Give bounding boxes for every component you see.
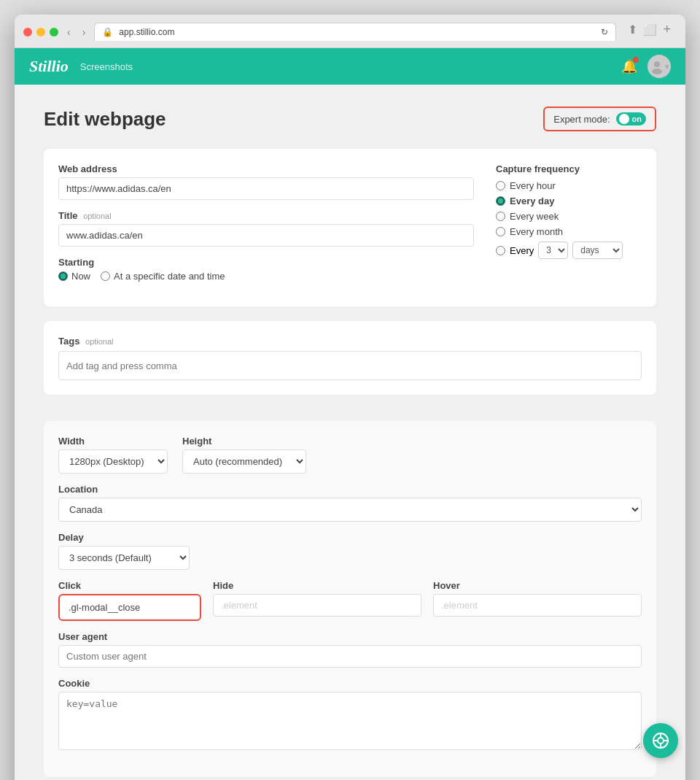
cookie-textarea[interactable] — [58, 692, 642, 750]
forward-button[interactable]: › — [79, 25, 89, 39]
web-address-group: Web address — [58, 163, 474, 200]
tabs-icon[interactable]: ⬜ — [643, 23, 657, 36]
starting-specific-text: At a specific date and time — [114, 271, 225, 282]
title-label: Title optional — [58, 210, 474, 221]
web-address-input[interactable] — [58, 177, 474, 200]
freq-hour-radio[interactable] — [496, 181, 505, 190]
cookie-group: Cookie — [58, 678, 642, 752]
share-icon[interactable]: ⬆ — [628, 23, 637, 36]
freq-day-label: Every day — [510, 196, 554, 206]
hide-label: Hide — [213, 580, 421, 591]
hover-input[interactable] — [433, 594, 642, 617]
main-form-card: Web address Title optional Starting — [44, 149, 656, 306]
svg-point-1 — [652, 69, 662, 74]
new-tab-button[interactable]: + — [663, 22, 671, 37]
width-group: Width 1280px (Desktop) 1920px 1024px 768… — [58, 436, 168, 474]
custom-freq-row: Every 3 1 2 5 7 days hours weeks — [496, 242, 642, 259]
click-group: Click — [58, 580, 201, 621]
width-label: Width — [58, 436, 168, 447]
expert-mode-badge[interactable]: Expert mode: on — [543, 107, 656, 131]
hover-label: Hover — [433, 580, 642, 591]
minimize-traffic-light[interactable] — [36, 28, 45, 36]
starting-specific-label[interactable]: At a specific date and time — [101, 271, 225, 282]
title-optional: optional — [83, 212, 112, 220]
starting-now-label[interactable]: Now — [58, 271, 90, 282]
svg-point-0 — [654, 61, 660, 67]
user-agent-group: User agent — [58, 631, 642, 668]
form-right: Capture frequency Every hour Every day E… — [496, 163, 642, 292]
location-group: Location Canada United States United Kin… — [58, 484, 642, 522]
tags-optional: optional — [85, 337, 114, 346]
title-input[interactable] — [58, 224, 474, 247]
freq-month-radio[interactable] — [496, 227, 505, 236]
avatar[interactable]: ▾ — [648, 55, 671, 78]
height-label: Height — [182, 436, 306, 447]
freq-day-radio[interactable] — [496, 196, 505, 206]
cookie-label: Cookie — [58, 678, 642, 689]
starting-specific-radio[interactable] — [101, 271, 110, 281]
location-select[interactable]: Canada United States United Kingdom Germ… — [58, 498, 642, 522]
freq-option-day[interactable]: Every day — [496, 196, 642, 206]
app-header: Stillio Screenshots 🔔 ▾ — [15, 48, 685, 85]
support-button[interactable] — [643, 723, 678, 758]
freq-option-hour[interactable]: Every hour — [496, 180, 642, 191]
reload-icon[interactable]: ↻ — [601, 27, 608, 37]
starting-group: Starting Now At a specific date and time — [58, 257, 474, 282]
freq-custom-radio[interactable] — [496, 246, 505, 255]
expert-mode-toggle[interactable]: on — [616, 112, 646, 126]
freq-week-radio[interactable] — [496, 212, 505, 221]
back-button[interactable]: ‹ — [64, 25, 74, 39]
starting-now-text: Now — [71, 271, 90, 282]
delay-select[interactable]: 3 seconds (Default) 5 seconds 10 seconds… — [58, 546, 190, 570]
tags-card: Tags optional — [44, 321, 656, 395]
freq-option-week[interactable]: Every week — [496, 211, 642, 222]
capture-frequency-label: Capture frequency — [496, 163, 642, 174]
delay-row: Delay 3 seconds (Default) 5 seconds 10 s… — [58, 532, 642, 570]
click-hide-hover-row: Click Hide Hover — [58, 580, 642, 621]
expert-mode-label: Expert mode: — [553, 114, 610, 125]
advanced-card: Width 1280px (Desktop) 1920px 1024px 768… — [44, 421, 656, 777]
page-title: Edit webpage — [44, 108, 166, 131]
tags-input[interactable] — [58, 351, 642, 380]
hover-group: Hover — [433, 580, 642, 621]
notifications-icon[interactable]: 🔔 — [621, 58, 637, 74]
freq-option-month[interactable]: Every month — [496, 226, 642, 237]
toggle-circle — [619, 114, 629, 124]
freq-week-label: Every week — [510, 211, 559, 222]
user-agent-input[interactable] — [58, 645, 642, 668]
title-group: Title optional — [58, 210, 474, 247]
url-bar[interactable]: 🔒 app.stillio.com ↻ — [94, 23, 616, 41]
svg-point-3 — [658, 738, 664, 744]
page-title-row: Edit webpage Expert mode: on — [44, 107, 656, 131]
delay-group: Delay 3 seconds (Default) 5 seconds 10 s… — [58, 532, 190, 570]
click-input-wrapper — [58, 594, 201, 621]
freq-hour-label: Every hour — [510, 180, 556, 191]
freq-custom-number-select[interactable]: 3 1 2 5 7 — [538, 242, 568, 259]
page-content: Edit webpage Expert mode: on Web address — [15, 85, 685, 780]
height-group: Height Auto (recommended) 768px 1024px — [182, 436, 306, 474]
click-input[interactable] — [61, 597, 198, 618]
avatar-chevron: ▾ — [665, 62, 669, 72]
location-label: Location — [58, 484, 642, 495]
notification-badge — [633, 57, 639, 63]
close-traffic-light[interactable] — [23, 28, 32, 36]
browser-chrome: ‹ › 🔒 app.stillio.com ↻ ⬆ ⬜ + — [15, 15, 685, 48]
header-right: 🔔 ▾ — [621, 55, 671, 78]
height-select[interactable]: Auto (recommended) 768px 1024px — [182, 449, 306, 474]
hide-input[interactable] — [213, 594, 421, 617]
freq-custom-label: Every — [510, 245, 534, 256]
web-address-label: Web address — [58, 163, 474, 174]
starting-now-radio[interactable] — [58, 271, 68, 281]
delay-label: Delay — [58, 532, 190, 543]
logo[interactable]: Stillio — [29, 57, 69, 76]
fullscreen-traffic-light[interactable] — [50, 28, 58, 36]
freq-custom-unit-select[interactable]: days hours weeks — [572, 242, 623, 259]
traffic-lights — [23, 28, 58, 36]
width-select[interactable]: 1280px (Desktop) 1920px 1024px 768px (Ta… — [58, 449, 168, 474]
expert-mode-value: on — [632, 115, 642, 123]
width-height-row: Width 1280px (Desktop) 1920px 1024px 768… — [58, 436, 642, 474]
starting-row: Now At a specific date and time — [58, 271, 474, 282]
nav-screenshots[interactable]: Screenshots — [80, 61, 133, 72]
starting-label: Starting — [58, 257, 474, 268]
browser-window: ‹ › 🔒 app.stillio.com ↻ ⬆ ⬜ + Stillio Sc… — [15, 15, 685, 780]
